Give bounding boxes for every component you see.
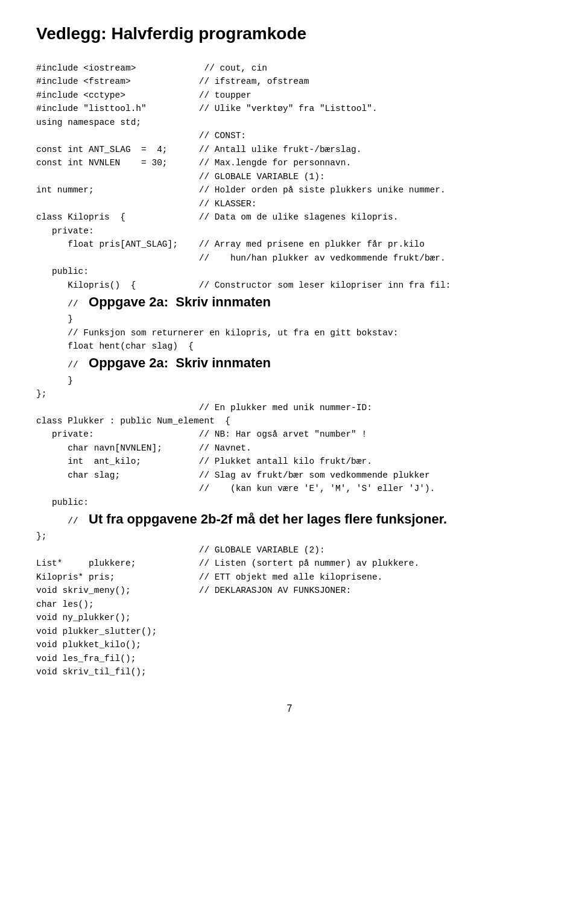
code-line: void plukket_kilo(); — [36, 638, 543, 651]
code-line: Kilopris* pris; // ETT objekt med alle k… — [36, 571, 543, 584]
code-line: float hent(char slag) { — [36, 340, 543, 353]
code-line: // GLOBALE VARIABLE (1): — [36, 170, 543, 183]
code-line: #include <cctype> // toupper — [36, 89, 543, 102]
code-line: char navn[NVNLEN]; // Navnet. — [36, 441, 543, 455]
code-line: }; — [36, 387, 543, 400]
code-line: List* plukkere; // Listen (sortert på nu… — [36, 557, 543, 570]
code-line: const int NVNLEN = 30; // Max.lengde for… — [36, 156, 543, 169]
code-line: // (kan kun være 'E', 'M', 'S' eller 'J'… — [36, 482, 543, 495]
code-content: #include <iostream> // cout, cin#include… — [36, 62, 543, 679]
code-line: #include <iostream> // cout, cin — [36, 62, 543, 75]
code-line: } — [36, 312, 543, 326]
code-line: #include "listtool.h" // Ulike "verktøy"… — [36, 102, 543, 115]
code-line: int nummer; // Holder orden på siste plu… — [36, 183, 543, 197]
code-line: Kilopris() { // Constructor som leser ki… — [36, 279, 543, 292]
code-line: }; — [36, 530, 543, 543]
code-line: float pris[ANT_SLAG]; // Array med prise… — [36, 238, 543, 251]
code-line: // Oppgave 2a: Skriv innmaten — [36, 353, 543, 373]
code-line: #include <fstream> // ifstream, ofstream — [36, 75, 543, 88]
code-line: class Kilopris { // Data om de ulike sla… — [36, 210, 543, 224]
code-line: public: — [36, 265, 543, 278]
code-line: void skriv_til_fil(); — [36, 665, 543, 679]
page-number: 7 — [36, 703, 543, 714]
code-line: int ant_kilo; // Plukket antall kilo fru… — [36, 455, 543, 468]
code-line: private: — [36, 224, 543, 238]
code-line: } — [36, 374, 543, 387]
code-line: private: // NB: Har også arvet "number" … — [36, 428, 543, 441]
code-line: // GLOBALE VARIABLE (2): — [36, 543, 543, 557]
code-line: // En plukker med unik nummer-ID: — [36, 401, 543, 414]
code-line: void plukker_slutter(); — [36, 625, 543, 638]
code-line: void les_fra_fil(); — [36, 652, 543, 665]
code-line: // Oppgave 2a: Skriv innmaten — [36, 292, 543, 312]
code-line: // Funksjon som returnerer en kilopris, … — [36, 326, 543, 340]
code-line: using namespace std; — [36, 116, 543, 129]
code-line: void skriv_meny(); // DEKLARASJON AV FUN… — [36, 584, 543, 597]
code-line: char slag; // Slag av frukt/bær som vedk… — [36, 469, 543, 482]
code-line: // CONST: — [36, 129, 543, 142]
code-line: const int ANT_SLAG = 4; // Antall ulike … — [36, 143, 543, 156]
code-line: // hun/han plukker av vedkommende frukt/… — [36, 252, 543, 265]
code-line: public: — [36, 496, 543, 509]
code-line: class Plukker : public Num_element { — [36, 414, 543, 428]
code-line: void ny_plukker(); — [36, 611, 543, 624]
code-line: // KLASSER: — [36, 197, 543, 210]
code-line: // Ut fra oppgavene 2b-2f må det her lag… — [36, 509, 543, 530]
page-title: Vedlegg: Halvferdig programkode — [36, 24, 543, 43]
code-line: char les(); — [36, 598, 543, 611]
